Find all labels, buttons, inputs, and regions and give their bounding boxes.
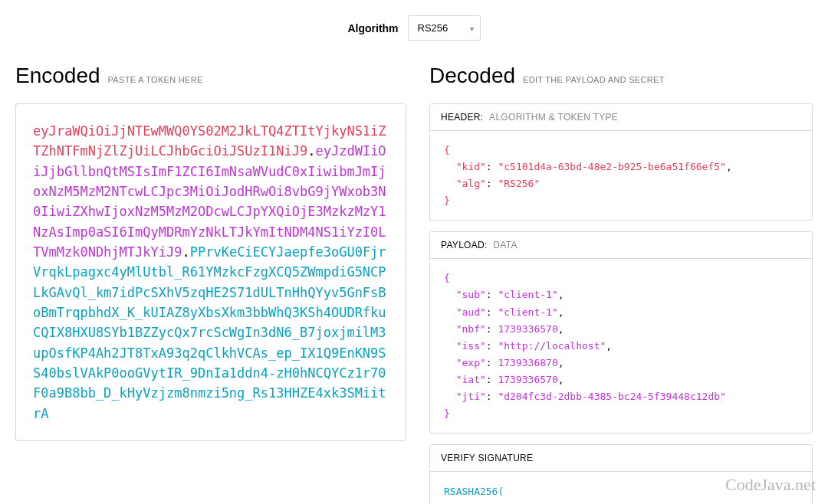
header-panel: HEADER: ALGORITHM & TOKEN TYPE { "kid": … (429, 103, 813, 221)
payload-jti-value: d204fc3d-2dbb-4385-bc24-5f39448c12db (504, 391, 720, 402)
decoded-title-row: Decoded EDIT THE PAYLOAD AND SECRET (429, 64, 813, 88)
decoded-subtitle: EDIT THE PAYLOAD AND SECRET (523, 75, 665, 84)
header-panel-title-b: ALGORITHM & TOKEN TYPE (489, 112, 618, 123)
algorithm-select[interactable]: RS256 ▾ (408, 15, 481, 41)
payload-iat-value: 1739336570 (498, 374, 557, 385)
sig-line-1: RSASHA256( (444, 483, 798, 502)
encoded-token-input[interactable]: eyJraWQiOiJjNTEwMWQ0YS02M2JkLTQ4ZTItYjky… (15, 103, 406, 441)
header-kid-value: c5101d4a-63bd-48e2-b925-be6a51f66ef5 (504, 161, 720, 172)
algorithm-label: Algorithm (347, 22, 398, 34)
payload-nbf-value: 1739336570 (498, 323, 557, 335)
encoded-title-row: Encoded PASTE A TOKEN HERE (15, 64, 406, 88)
payload-iss-value: http://localhost (504, 340, 600, 352)
header-alg-value: RS256 (504, 178, 534, 189)
algorithm-bar: Algorithm RS256 ▾ (15, 0, 813, 56)
verify-signature-title-text: VERIFY SIGNATURE (441, 453, 533, 463)
token-dot: . (182, 244, 189, 260)
decoded-title: Decoded (429, 64, 515, 88)
payload-panel-title-a: PAYLOAD: (441, 240, 488, 250)
payload-panel-title: PAYLOAD: DATA (430, 232, 812, 259)
payload-panel: PAYLOAD: DATA { "sub": "client-1", "aud"… (429, 231, 813, 434)
header-panel-title-a: HEADER: (441, 112, 483, 123)
payload-exp-value: 1739336870 (498, 357, 557, 368)
token-signature-segment: PPrvKeCiECYJaepfe3oGU0FjrVrqkLpagxc4yMlU… (33, 244, 386, 421)
algorithm-value: RS256 (418, 22, 449, 34)
header-json-editor[interactable]: { "kid": "c5101d4a-63bd-48e2-b925-be6a51… (430, 131, 812, 220)
verify-signature-body: RSASHA256( base64UrlEncode(header) + "."… (430, 472, 812, 504)
verify-signature-panel: VERIFY SIGNATURE RSASHA256( base64UrlEnc… (429, 444, 813, 504)
verify-signature-title: VERIFY SIGNATURE (430, 445, 812, 472)
payload-aud-value: client-1 (504, 306, 552, 318)
header-panel-title: HEADER: ALGORITHM & TOKEN TYPE (430, 104, 812, 131)
chevron-down-icon: ▾ (470, 24, 474, 32)
token-payload-segment: eyJzdWIiOiJjbGllbnQtMSIsImF1ZCI6ImNsaWVu… (33, 143, 386, 260)
encoded-subtitle: PASTE A TOKEN HERE (108, 75, 203, 84)
payload-sub-value: client-1 (504, 289, 552, 300)
encoded-title: Encoded (15, 64, 100, 88)
token-dot: . (307, 143, 315, 159)
payload-panel-title-b: DATA (493, 240, 517, 250)
payload-json-editor[interactable]: { "sub": "client-1", "aud": "client-1", … (430, 259, 812, 433)
